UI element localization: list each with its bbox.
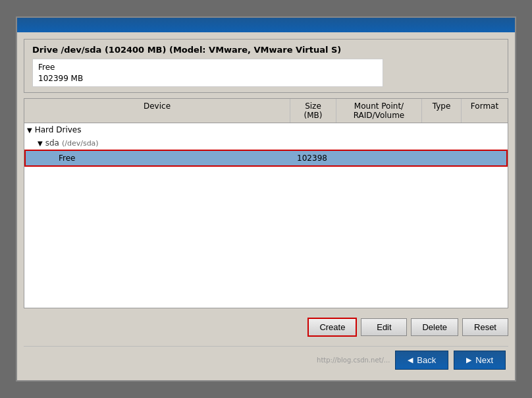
hard-drives-label: Hard Drives bbox=[35, 125, 82, 134]
sda-expand-icon: ▼ bbox=[38, 140, 43, 147]
partition-table: Device Size(MB) Mount Point/RAID/Volume … bbox=[24, 98, 508, 308]
reset-button[interactable]: Reset bbox=[462, 318, 508, 336]
sda-path: (/dev/sda) bbox=[62, 139, 99, 148]
free-size-label: 102398 bbox=[289, 152, 335, 164]
col-format: Format bbox=[462, 99, 508, 123]
nav-buttons: http://blog.csdn.net/... ◀ Back ▶ Next bbox=[24, 346, 508, 374]
drive-free-box: Free 102399 MB bbox=[32, 59, 383, 88]
back-arrow-icon: ◀ bbox=[408, 356, 413, 364]
col-device: Device bbox=[24, 99, 290, 123]
table-body: ▼ Hard Drives ▼ sda (/dev/sda) Free 1023… bbox=[24, 123, 508, 308]
free-device-label: Free bbox=[26, 154, 289, 163]
drive-free-label: Free bbox=[38, 62, 377, 73]
drive-info-section: Drive /dev/sda (102400 MB) (Model: VMwar… bbox=[24, 39, 508, 94]
next-label: Next bbox=[475, 355, 493, 365]
table-header: Device Size(MB) Mount Point/RAID/Volume … bbox=[24, 99, 508, 123]
drive-free-size: 102399 MB bbox=[38, 73, 377, 84]
content-area: Drive /dev/sda (102400 MB) (Model: VMwar… bbox=[17, 32, 515, 381]
col-type: Type bbox=[422, 99, 462, 123]
hard-drives-header: ▼ Hard Drives bbox=[24, 123, 508, 136]
create-button[interactable]: Create bbox=[307, 318, 357, 337]
col-mount: Mount Point/RAID/Volume bbox=[336, 99, 422, 123]
back-label: Back bbox=[417, 355, 436, 365]
sda-header: ▼ sda (/dev/sda) bbox=[24, 136, 508, 150]
next-button[interactable]: ▶ Next bbox=[454, 351, 506, 370]
sda-label: sda bbox=[45, 138, 59, 148]
main-window: Drive /dev/sda (102400 MB) (Model: VMwar… bbox=[16, 16, 516, 382]
next-arrow-icon: ▶ bbox=[466, 356, 471, 364]
edit-button[interactable]: Edit bbox=[361, 318, 407, 336]
action-buttons: Create Edit Delete Reset bbox=[24, 314, 508, 341]
col-size: Size(MB) bbox=[290, 99, 336, 123]
free-row[interactable]: Free 102398 bbox=[24, 150, 508, 167]
hard-drives-expand-icon: ▼ bbox=[27, 127, 32, 134]
drive-title: Drive /dev/sda (102400 MB) (Model: VMwar… bbox=[32, 45, 500, 55]
title-bar bbox=[17, 18, 515, 32]
watermark: http://blog.csdn.net/... bbox=[26, 356, 390, 364]
back-button[interactable]: ◀ Back bbox=[395, 351, 448, 370]
delete-button[interactable]: Delete bbox=[411, 318, 458, 336]
